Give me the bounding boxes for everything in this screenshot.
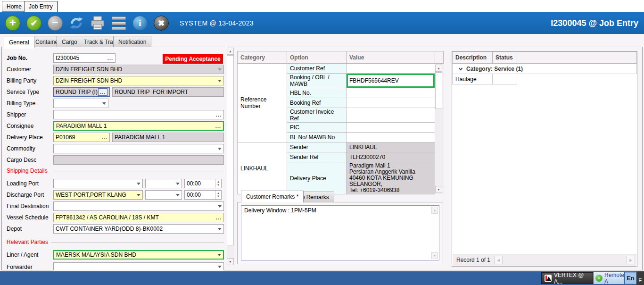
value-cell[interactable]: [347, 123, 435, 133]
taskbar-remote-tray-item[interactable]: » Remote A: [594, 272, 624, 284]
window-tab-home[interactable]: Home: [2, 1, 26, 12]
window-tab-job-entry[interactable]: Job Entry: [24, 1, 58, 12]
remarks-scrollbar[interactable]: ▲ ▼: [431, 206, 438, 260]
value-cell[interactable]: LINKHAUL: [347, 142, 435, 152]
value-cell[interactable]: [347, 133, 435, 142]
tab-general[interactable]: General: [4, 36, 34, 49]
billing-party-field[interactable]: DZIN FREIGHT SDN BHD: [53, 76, 224, 85]
discharge-port-date-field[interactable]: [145, 190, 182, 200]
value-cell[interactable]: [347, 64, 435, 74]
service-type-lookup-button[interactable]: ...: [98, 88, 107, 96]
shipper-field[interactable]: ...: [53, 110, 224, 119]
option-cell: Booking Ref: [287, 98, 347, 108]
loading-port-time-spinner[interactable]: ▲▼: [215, 179, 221, 188]
system-user-date: SYSTEM @ 13-04-2023: [180, 19, 254, 27]
record-prev-button[interactable]: ◀: [494, 256, 503, 264]
options-scroll-down-icon[interactable]: ▼: [435, 186, 442, 193]
window-tab-strip: Home Job Entry: [0, 0, 644, 12]
refresh-button[interactable]: [68, 15, 84, 31]
liner-agent-dropdown-arrow[interactable]: [217, 254, 221, 256]
consignee-lookup-button[interactable]: ...: [214, 124, 221, 128]
options-table-scrollbar[interactable]: ▲ ▼: [435, 64, 443, 194]
minus-icon: −: [48, 16, 63, 31]
shipping-details-header: Shipping Details: [7, 168, 224, 174]
option-cell: Sender: [287, 142, 347, 152]
language-indicator[interactable]: En: [625, 272, 636, 284]
shipper-lookup-button[interactable]: ...: [214, 113, 222, 117]
discharge-port-field[interactable]: WEST PORT,PORT KLANG: [53, 190, 143, 200]
tab-customer-remarks[interactable]: Customer Remarks *: [241, 191, 304, 202]
loading-port-field[interactable]: [53, 179, 143, 188]
col-description: Description: [453, 52, 493, 64]
vessel-schedule-field[interactable]: FPT861342 / AS CAROLINA / 18S / KMT ...: [53, 213, 224, 222]
discharge-port-label: Discharge Port: [7, 190, 44, 200]
remarks-scroll-up-icon[interactable]: ▲: [431, 207, 438, 214]
discharge-port-time: 00:00: [187, 192, 201, 198]
value-cell[interactable]: [347, 98, 435, 108]
language-bar-edge[interactable]: E: [636, 271, 644, 285]
delivery-place-lookup-button[interactable]: ...: [100, 135, 107, 139]
value-cell[interactable]: TLH23000270: [347, 152, 435, 162]
close-button[interactable]: ✖: [153, 15, 169, 31]
record-next-button[interactable]: ▶: [627, 256, 635, 264]
scroll-down-icon[interactable]: ▼: [227, 258, 234, 265]
forwarder-dropdown-arrow[interactable]: [218, 266, 222, 268]
discharge-port-time-field[interactable]: 00:00 ▲▼: [184, 190, 222, 200]
taskbar-vertex-button[interactable]: VERTEX @ A...: [541, 272, 593, 284]
option-cell: HBL No.: [287, 88, 347, 98]
forwarder-field[interactable]: [53, 262, 224, 270]
service-type-label: Service Type: [7, 87, 39, 97]
discharge-port-dropdown-arrow[interactable]: [137, 194, 140, 196]
scroll-up-icon[interactable]: ▲: [227, 48, 234, 55]
delivery-place-label: Delivery Place: [7, 133, 43, 142]
value-cell[interactable]: [347, 108, 435, 123]
job-no-lookup-button[interactable]: ...: [106, 56, 113, 60]
info-button[interactable]: i: [132, 15, 148, 31]
commodity-dropdown-arrow[interactable]: [218, 148, 222, 150]
options-scroll-up-icon[interactable]: ▲: [435, 65, 442, 72]
job-no-field[interactable]: I2300045 ...: [53, 53, 116, 63]
depot-dropdown-arrow[interactable]: [218, 228, 222, 230]
discharge-port-time-spinner[interactable]: ▲▼: [215, 191, 221, 199]
billing-type-field[interactable]: [53, 99, 108, 108]
loading-port-time-field[interactable]: 00:00 ▲▼: [184, 179, 222, 188]
loading-port-dropdown-arrow[interactable]: [137, 183, 140, 185]
vessel-schedule-lookup-button[interactable]: ...: [214, 216, 222, 219]
delete-button[interactable]: −: [47, 15, 63, 31]
remarks-text: Delivery Window : 1PM-5PM: [244, 207, 316, 214]
consignee-field[interactable]: PARADIGM MALL 1 ...: [53, 121, 224, 131]
billing-party-dropdown-arrow[interactable]: [218, 80, 222, 82]
list-button[interactable]: [111, 15, 127, 31]
status-group-row[interactable]: Category: Service (1): [453, 64, 637, 74]
loading-port-date-field[interactable]: [145, 179, 182, 188]
check-icon: ✔: [26, 16, 41, 31]
status-row[interactable]: Haulage: [453, 74, 637, 84]
value-cell[interactable]: Paradigm Mall 1 Persiaran Anggerik Vanil…: [347, 162, 435, 194]
form-scrollbar[interactable]: ▲ ▼: [227, 48, 234, 265]
relevant-parties-header: Relevant Parties: [7, 239, 224, 245]
commodity-field[interactable]: [53, 144, 224, 153]
customer-field[interactable]: DZIN FREIGHT SDN BHD: [53, 65, 224, 74]
discharge-port-date-arrow[interactable]: [176, 194, 180, 196]
confirm-button[interactable]: ✔: [26, 15, 42, 31]
value-cell[interactable]: [347, 88, 435, 98]
billing-type-dropdown-arrow[interactable]: [102, 102, 106, 105]
liner-agent-field[interactable]: MAERSK MALAYSIA SDN BHD: [53, 250, 224, 260]
final-destination-field[interactable]: [53, 201, 224, 211]
scrollbar-thumb[interactable]: [227, 55, 234, 245]
service-type-desc: ROUND TRIP FOR IMPORT: [112, 87, 224, 97]
service-type-field[interactable]: ROUND TRIP (I) ...: [53, 87, 110, 97]
final-destination-dropdown-arrow[interactable]: [218, 205, 222, 208]
customer-dropdown-arrow[interactable]: [218, 68, 222, 71]
close-icon: ✖: [154, 16, 169, 31]
tab-notification[interactable]: Notification: [113, 36, 151, 47]
remarks-scroll-down-icon[interactable]: ▼: [431, 252, 438, 259]
depot-field[interactable]: CWT CONTAINER YARD(ODD 8)-BK0002: [53, 224, 224, 234]
value-cell[interactable]: FBHDF565644REV: [347, 74, 435, 88]
loading-port-date-arrow[interactable]: [176, 183, 180, 185]
add-button[interactable]: +: [5, 15, 21, 31]
print-button[interactable]: [90, 15, 106, 31]
options-scrollbar-thumb[interactable]: [435, 72, 442, 109]
customer-remarks-textarea[interactable]: Delivery Window : 1PM-5PM ▲ ▼: [241, 205, 439, 260]
delivery-place-code-field[interactable]: P01069 ...: [53, 133, 110, 142]
